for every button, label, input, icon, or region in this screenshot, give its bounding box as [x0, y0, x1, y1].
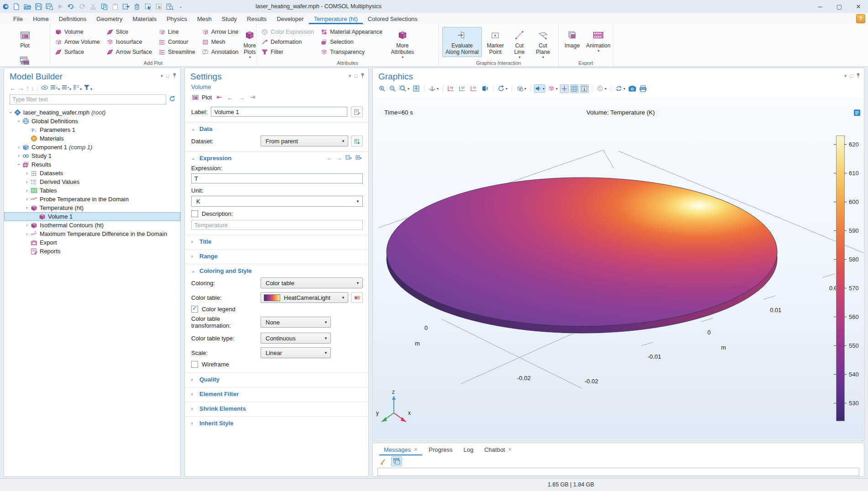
dataset-select[interactable]: From parent▼: [261, 136, 348, 146]
tab-study[interactable]: Study: [217, 14, 242, 24]
tab-geometry[interactable]: Geometry: [91, 14, 127, 24]
section-quality[interactable]: ›Quality: [185, 373, 368, 384]
expander-icon[interactable]: ›: [23, 171, 31, 176]
open-file-icon[interactable]: [22, 1, 33, 11]
back-icon[interactable]: ←: [10, 84, 16, 92]
line-plot-item[interactable]: Line: [157, 27, 197, 37]
close-icon[interactable]: ✕: [413, 447, 418, 453]
maximize-button[interactable]: ▢: [830, 0, 849, 13]
expression-input[interactable]: [191, 173, 363, 183]
tree-item-materials[interactable]: Materials: [4, 134, 180, 143]
color-table-transformation-select[interactable]: None▼: [261, 317, 331, 328]
clear-selection-icon[interactable]: [153, 1, 164, 11]
panel-menu-icon[interactable]: ▾: [349, 73, 351, 79]
copy-icon[interactable]: [99, 1, 110, 11]
panel-pin-icon[interactable]: [173, 73, 177, 79]
tree-item-datasets[interactable]: › Datasets: [4, 169, 180, 178]
tree-item-global-definitions[interactable]: › Global Definitions: [4, 117, 180, 125]
more-plots-button[interactable]: More Plots▾: [241, 27, 259, 61]
tab-materials[interactable]: Materials: [127, 14, 162, 24]
tab-mesh[interactable]: Mesh: [192, 14, 217, 24]
undo-icon[interactable]: ⌄: [66, 1, 77, 11]
expander-icon[interactable]: ›: [23, 231, 31, 236]
marker-point-button[interactable]: Marker Point: [483, 27, 507, 57]
expander-icon[interactable]: ›: [23, 197, 31, 202]
go-to-view-icon[interactable]: ▾: [428, 84, 439, 93]
section-shrink-elements[interactable]: ›Shrink Elements: [185, 402, 368, 413]
plot-first-icon[interactable]: ⇤: [216, 93, 222, 101]
move-up-icon[interactable]: ↑: [26, 84, 29, 92]
unit-select[interactable]: K▼: [191, 196, 363, 207]
plot-area[interactable]: 0.02 0.01 0 -0.01 -0.02 m 0 -0.02 m Time…: [373, 98, 863, 440]
tab-results[interactable]: Results: [242, 14, 272, 24]
expander-icon[interactable]: ›: [15, 153, 22, 158]
section-inherit-style[interactable]: ›Inherit Style: [185, 417, 368, 428]
clear-messages-icon[interactable]: [378, 457, 388, 466]
expression-forward-icon[interactable]: →: [336, 155, 342, 162]
zoom-box-icon[interactable]: ▾: [398, 84, 410, 93]
tree-filter-input[interactable]: [10, 94, 166, 104]
open-messages-window-icon[interactable]: [391, 456, 402, 466]
rotate-icon[interactable]: ▾: [497, 84, 508, 93]
coloring-select[interactable]: Color table▼: [261, 277, 363, 288]
tree-item-reports[interactable]: Reports: [4, 247, 180, 256]
plot-next-icon[interactable]: →: [238, 94, 245, 101]
panel-float-icon[interactable]: □: [850, 73, 853, 78]
toolbar-overflow-icon[interactable]: ⌄: [175, 1, 186, 11]
expander-icon[interactable]: ›: [15, 145, 22, 150]
expander-icon[interactable]: ›: [16, 161, 21, 168]
cut-line-button[interactable]: Cut Line▾: [509, 27, 530, 61]
rename-icon[interactable]: [351, 106, 363, 117]
projection-icon[interactable]: [481, 84, 490, 93]
zoom-out-icon[interactable]: [388, 84, 397, 93]
color-legend-checkbox[interactable]: [191, 306, 198, 313]
expander-icon[interactable]: ›: [25, 204, 30, 212]
filter-item[interactable]: Filter: [259, 47, 316, 57]
expander-icon[interactable]: ›: [23, 179, 31, 184]
duplicate-icon[interactable]: [120, 1, 131, 11]
description-checkbox[interactable]: [191, 210, 198, 217]
find-icon[interactable]: [164, 1, 175, 11]
show-grid-icon[interactable]: [570, 84, 579, 93]
settings-plot-button[interactable]: Plot: [191, 94, 212, 101]
forward-icon[interactable]: →: [18, 84, 24, 92]
tab-home[interactable]: Home: [28, 14, 54, 24]
save-icon[interactable]: [33, 1, 44, 11]
section-expression[interactable]: ⌄Expression ← → ▾ ▾: [185, 151, 368, 163]
panel-float-icon[interactable]: □: [166, 73, 169, 78]
mesh-plot-item[interactable]: Mesh: [200, 37, 241, 47]
replace-expression-icon[interactable]: ▾: [345, 155, 352, 162]
section-coloring-and-style[interactable]: ⌄Coloring and Style: [185, 264, 368, 276]
tab-temperature-ht[interactable]: Temperature (ht): [309, 14, 363, 24]
print-icon[interactable]: [638, 84, 648, 93]
edit-color-table-icon[interactable]: [351, 292, 363, 303]
model-tree-nodes-icon[interactable]: ▾: [73, 84, 82, 92]
save-as-icon[interactable]: [44, 1, 55, 11]
delete-icon[interactable]: [131, 1, 142, 11]
view-yz-icon[interactable]: yz: [458, 84, 468, 93]
go-to-dataset-icon[interactable]: [351, 136, 363, 146]
tree-item-temperature-plot-group[interactable]: › Temperature (ht): [4, 204, 180, 212]
color-table-type-select[interactable]: Continuous▼: [261, 333, 331, 344]
transparency-item[interactable]: Transparency: [319, 47, 384, 57]
streamline-plot-item[interactable]: Streamline: [157, 47, 197, 57]
zoom-extents-icon[interactable]: [412, 84, 421, 93]
section-range[interactable]: ›Range: [185, 250, 368, 261]
transparency-toggle-icon[interactable]: ▾: [547, 84, 559, 93]
volume-plot-item[interactable]: Volume: [53, 27, 102, 37]
expression-back-icon[interactable]: ←: [326, 155, 332, 162]
material-appearance-item[interactable]: Material Appearance: [319, 27, 384, 37]
collapse-all-icon[interactable]: ▾: [50, 84, 60, 92]
tab-file[interactable]: File: [8, 14, 28, 24]
tab-messages[interactable]: Messages✕: [379, 444, 422, 455]
tree-item-max-temperature-difference[interactable]: › * Maximum Temperature Difference in th…: [4, 230, 180, 238]
move-down-icon[interactable]: ↓: [31, 84, 34, 92]
image-export-button[interactable]: Image: [562, 27, 582, 51]
panel-menu-icon[interactable]: ▾: [844, 73, 847, 79]
plot-button[interactable]: Plot: [16, 27, 34, 51]
expander-icon[interactable]: ›: [8, 109, 13, 116]
selection-item[interactable]: Selection: [319, 37, 384, 47]
tree-item-probe-temperature[interactable]: › Probe Temperature in the Domain: [4, 195, 180, 204]
insert-expression-icon[interactable]: ▾: [356, 155, 362, 162]
cut-plane-button[interactable]: Cut Plane▾: [531, 27, 555, 61]
